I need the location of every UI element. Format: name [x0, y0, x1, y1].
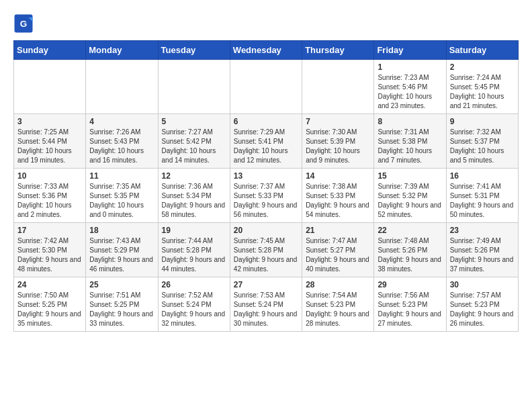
day-info: Sunrise: 7:24 AM Sunset: 5:45 PM Dayligh… — [450, 73, 515, 111]
day-number: 7 — [306, 117, 370, 126]
day-number: 30 — [450, 280, 515, 289]
day-info: Sunrise: 7:57 AM Sunset: 5:23 PM Dayligh… — [450, 291, 515, 328]
calendar-day-15: 15Sunrise: 7:39 AM Sunset: 5:32 PM Dayli… — [374, 169, 446, 223]
day-number: 13 — [234, 171, 298, 181]
calendar-day-9: 9Sunrise: 7:32 AM Sunset: 5:37 PM Daylig… — [446, 114, 518, 169]
calendar-empty-cell — [86, 60, 158, 114]
calendar-day-30: 30Sunrise: 7:57 AM Sunset: 5:23 PM Dayli… — [446, 277, 518, 332]
day-number: 23 — [450, 226, 515, 235]
day-info: Sunrise: 7:35 AM Sunset: 5:35 PM Dayligh… — [89, 182, 154, 220]
calendar-week-row: 3Sunrise: 7:25 AM Sunset: 5:44 PM Daylig… — [14, 114, 519, 169]
calendar-day-11: 11Sunrise: 7:35 AM Sunset: 5:35 PM Dayli… — [86, 169, 158, 223]
calendar-day-20: 20Sunrise: 7:45 AM Sunset: 5:28 PM Dayli… — [230, 223, 302, 277]
day-number: 5 — [162, 117, 226, 126]
weekday-header-saturday: Saturday — [446, 41, 518, 60]
day-info: Sunrise: 7:32 AM Sunset: 5:37 PM Dayligh… — [450, 128, 515, 165]
day-info: Sunrise: 7:39 AM Sunset: 5:32 PM Dayligh… — [378, 182, 442, 220]
weekday-header-thursday: Thursday — [302, 41, 374, 60]
day-number: 15 — [378, 171, 442, 181]
day-number: 9 — [450, 117, 515, 126]
day-number: 10 — [17, 171, 82, 181]
day-info: Sunrise: 7:48 AM Sunset: 5:26 PM Dayligh… — [378, 236, 442, 274]
calendar-day-18: 18Sunrise: 7:43 AM Sunset: 5:29 PM Dayli… — [86, 223, 158, 277]
calendar-day-8: 8Sunrise: 7:31 AM Sunset: 5:38 PM Daylig… — [374, 114, 446, 169]
day-number: 21 — [306, 226, 370, 235]
calendar-day-3: 3Sunrise: 7:25 AM Sunset: 5:44 PM Daylig… — [14, 114, 86, 169]
day-number: 29 — [378, 280, 442, 289]
day-number: 4 — [89, 117, 154, 126]
day-number: 25 — [89, 280, 154, 289]
day-number: 26 — [162, 280, 226, 289]
day-number: 3 — [17, 117, 82, 126]
day-info: Sunrise: 7:53 AM Sunset: 5:24 PM Dayligh… — [234, 291, 298, 328]
page-header: G — [13, 13, 519, 34]
day-number: 11 — [89, 171, 154, 181]
day-info: Sunrise: 7:47 AM Sunset: 5:27 PM Dayligh… — [306, 236, 370, 274]
day-info: Sunrise: 7:42 AM Sunset: 5:30 PM Dayligh… — [17, 236, 82, 274]
calendar-day-24: 24Sunrise: 7:50 AM Sunset: 5:25 PM Dayli… — [14, 277, 86, 332]
day-info: Sunrise: 7:50 AM Sunset: 5:25 PM Dayligh… — [17, 291, 82, 328]
day-number: 28 — [306, 280, 370, 289]
day-info: Sunrise: 7:43 AM Sunset: 5:29 PM Dayligh… — [89, 236, 154, 274]
calendar-day-16: 16Sunrise: 7:41 AM Sunset: 5:31 PM Dayli… — [446, 169, 518, 223]
day-number: 17 — [17, 226, 82, 235]
day-number: 20 — [234, 226, 298, 235]
day-info: Sunrise: 7:36 AM Sunset: 5:34 PM Dayligh… — [162, 182, 226, 220]
calendar-day-29: 29Sunrise: 7:56 AM Sunset: 5:23 PM Dayli… — [374, 277, 446, 332]
day-number: 1 — [378, 62, 442, 72]
calendar-week-row: 24Sunrise: 7:50 AM Sunset: 5:25 PM Dayli… — [14, 277, 519, 332]
day-info: Sunrise: 7:44 AM Sunset: 5:28 PM Dayligh… — [162, 236, 226, 274]
weekday-header-sunday: Sunday — [14, 41, 86, 60]
calendar-day-27: 27Sunrise: 7:53 AM Sunset: 5:24 PM Dayli… — [230, 277, 302, 332]
weekday-header-tuesday: Tuesday — [158, 41, 230, 60]
calendar-day-23: 23Sunrise: 7:49 AM Sunset: 5:26 PM Dayli… — [446, 223, 518, 277]
calendar-day-10: 10Sunrise: 7:33 AM Sunset: 5:36 PM Dayli… — [14, 169, 86, 223]
calendar-header-row: SundayMondayTuesdayWednesdayThursdayFrid… — [14, 41, 519, 60]
day-number: 27 — [234, 280, 298, 289]
day-info: Sunrise: 7:29 AM Sunset: 5:41 PM Dayligh… — [234, 128, 298, 165]
day-info: Sunrise: 7:37 AM Sunset: 5:33 PM Dayligh… — [234, 182, 298, 220]
day-info: Sunrise: 7:30 AM Sunset: 5:39 PM Dayligh… — [306, 128, 370, 165]
day-info: Sunrise: 7:31 AM Sunset: 5:38 PM Dayligh… — [378, 128, 442, 165]
day-number: 18 — [89, 226, 154, 235]
calendar-week-row: 10Sunrise: 7:33 AM Sunset: 5:36 PM Dayli… — [14, 169, 519, 223]
calendar-day-21: 21Sunrise: 7:47 AM Sunset: 5:27 PM Dayli… — [302, 223, 374, 277]
calendar-day-19: 19Sunrise: 7:44 AM Sunset: 5:28 PM Dayli… — [158, 223, 230, 277]
day-number: 22 — [378, 226, 442, 235]
day-info: Sunrise: 7:51 AM Sunset: 5:25 PM Dayligh… — [89, 291, 154, 328]
day-number: 14 — [306, 171, 370, 181]
day-info: Sunrise: 7:45 AM Sunset: 5:28 PM Dayligh… — [234, 236, 298, 274]
calendar-day-5: 5Sunrise: 7:27 AM Sunset: 5:42 PM Daylig… — [158, 114, 230, 169]
day-info: Sunrise: 7:56 AM Sunset: 5:23 PM Dayligh… — [378, 291, 442, 328]
day-number: 8 — [378, 117, 442, 126]
calendar-day-17: 17Sunrise: 7:42 AM Sunset: 5:30 PM Dayli… — [14, 223, 86, 277]
day-info: Sunrise: 7:26 AM Sunset: 5:43 PM Dayligh… — [89, 128, 154, 165]
weekday-header-monday: Monday — [86, 41, 158, 60]
day-info: Sunrise: 7:27 AM Sunset: 5:42 PM Dayligh… — [162, 128, 226, 165]
calendar-day-28: 28Sunrise: 7:54 AM Sunset: 5:23 PM Dayli… — [302, 277, 374, 332]
calendar-day-14: 14Sunrise: 7:38 AM Sunset: 5:33 PM Dayli… — [302, 169, 374, 223]
calendar-empty-cell — [14, 60, 86, 114]
day-info: Sunrise: 7:41 AM Sunset: 5:31 PM Dayligh… — [450, 182, 515, 220]
day-info: Sunrise: 7:25 AM Sunset: 5:44 PM Dayligh… — [17, 128, 82, 165]
day-info: Sunrise: 7:52 AM Sunset: 5:24 PM Dayligh… — [162, 291, 226, 328]
calendar-day-1: 1Sunrise: 7:23 AM Sunset: 5:46 PM Daylig… — [374, 60, 446, 114]
day-info: Sunrise: 7:54 AM Sunset: 5:23 PM Dayligh… — [306, 291, 370, 328]
day-info: Sunrise: 7:49 AM Sunset: 5:26 PM Dayligh… — [450, 236, 515, 274]
calendar-empty-cell — [230, 60, 302, 114]
day-number: 19 — [162, 226, 226, 235]
weekday-header-wednesday: Wednesday — [230, 41, 302, 60]
day-info: Sunrise: 7:33 AM Sunset: 5:36 PM Dayligh… — [17, 182, 82, 220]
calendar-empty-cell — [302, 60, 374, 114]
svg-text:G: G — [20, 19, 28, 29]
logo: G — [13, 13, 36, 34]
day-number: 16 — [450, 171, 515, 181]
logo-icon: G — [13, 13, 34, 34]
day-number: 24 — [17, 280, 82, 289]
day-number: 2 — [450, 62, 515, 72]
calendar-day-25: 25Sunrise: 7:51 AM Sunset: 5:25 PM Dayli… — [86, 277, 158, 332]
calendar-day-12: 12Sunrise: 7:36 AM Sunset: 5:34 PM Dayli… — [158, 169, 230, 223]
calendar-day-2: 2Sunrise: 7:24 AM Sunset: 5:45 PM Daylig… — [446, 60, 518, 114]
calendar-day-13: 13Sunrise: 7:37 AM Sunset: 5:33 PM Dayli… — [230, 169, 302, 223]
weekday-header-friday: Friday — [374, 41, 446, 60]
